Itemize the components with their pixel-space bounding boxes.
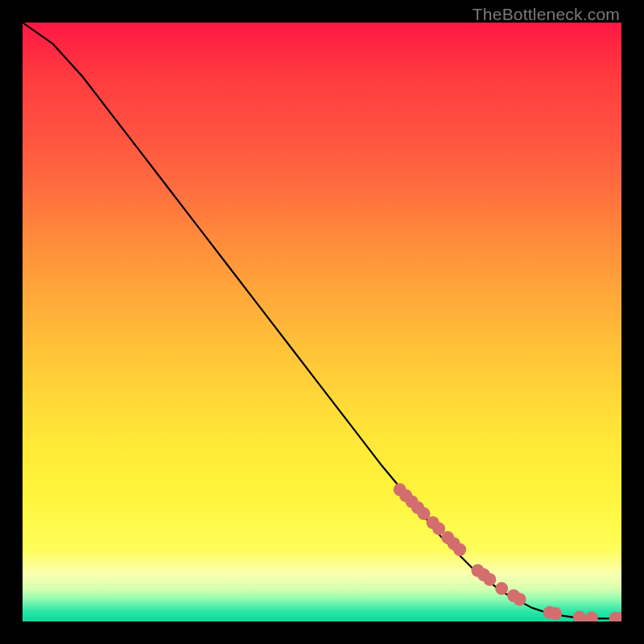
bottleneck-curve bbox=[23, 23, 621, 618]
watermark-text: TheBottleneck.com bbox=[473, 5, 620, 24]
data-point bbox=[514, 592, 526, 605]
chart-frame: TheBottleneck.com bbox=[0, 0, 644, 644]
data-point bbox=[573, 611, 586, 621]
data-point bbox=[495, 582, 508, 595]
data-point bbox=[585, 612, 598, 621]
data-point bbox=[483, 573, 496, 586]
scatter-layer bbox=[394, 483, 621, 621]
chart-svg bbox=[23, 23, 621, 621]
plot-area bbox=[23, 23, 621, 621]
data-point bbox=[549, 607, 562, 620]
data-point bbox=[453, 543, 466, 556]
curve-layer bbox=[23, 23, 621, 618]
